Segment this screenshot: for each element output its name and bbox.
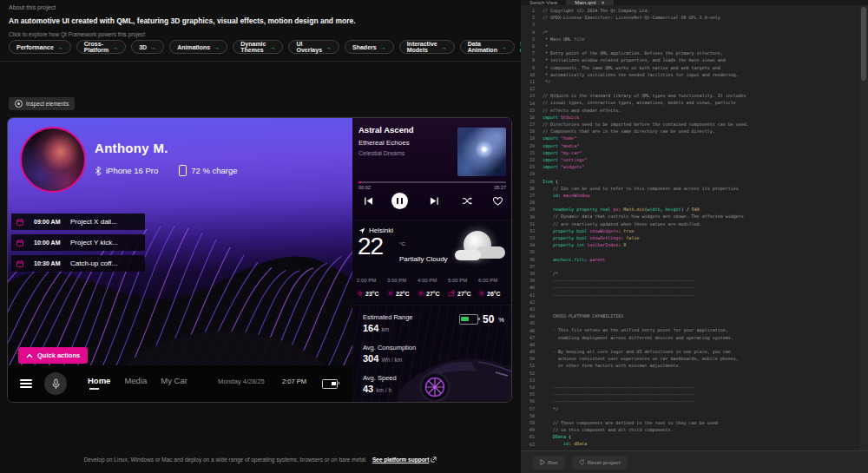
arrow-icon: → [326, 44, 332, 50]
tab-main-qml[interactable]: Main.qml✕ [566, 0, 614, 5]
speed-label: Avg. Speed [363, 374, 397, 382]
hour-time: 2:00 PM [357, 278, 387, 283]
inspect-elements-button[interactable]: Inspect elements [9, 97, 75, 110]
device-name: iPhone 16 Pro [106, 166, 158, 175]
tag-ui-overlays[interactable]: UI Overlays→ [288, 40, 339, 54]
tag-interactive-models[interactable]: Interactive Models→ [399, 40, 455, 54]
tag-animations[interactable]: Animations→ [169, 40, 227, 54]
scrollbar-thumb[interactable] [861, 7, 866, 81]
car-stats-widget: Estimated Range 164 km 50 % Avg. Consump… [352, 305, 511, 403]
tag-cross-platform[interactable]: Cross-Platform→ [76, 40, 126, 54]
pause-button[interactable] [391, 193, 408, 209]
code-line: 60 // in this component and all child co… [521, 426, 858, 433]
elapsed-time: 00:02 [358, 185, 371, 190]
schedule-item[interactable]: 10:00 AMProject Y kick... [11, 234, 145, 251]
tag-dynamic-themes[interactable]: Dynamic Themes→ [233, 40, 283, 54]
consumption-value: 304 Wh / km [363, 353, 402, 364]
nav-tab-my-car[interactable]: My Car [161, 376, 187, 385]
reset-project-button[interactable]: Reset project [572, 456, 628, 470]
demo-bottom-nav: HomeMediaMy Car Monday 4/28/25 2:07 PM [8, 365, 352, 402]
next-button[interactable] [430, 196, 439, 206]
sun-icon [387, 290, 394, 297]
code-line: 35 [521, 248, 858, 255]
battery-percent: 50 [483, 313, 494, 325]
code-line: 16import QtQuick [521, 114, 858, 121]
calendar-icon [16, 260, 23, 267]
platform-support-link[interactable]: See platform support [372, 457, 429, 463]
reset-icon [579, 459, 585, 465]
track-artist: Ethereal Echoes [358, 139, 410, 147]
code-line: 52 [521, 370, 858, 377]
code-line: 47 enabling deployment across different … [521, 334, 858, 341]
profile-name: Anthony M. [95, 141, 168, 155]
feature-tags: Performance→Cross-Platform→3D→Animations… [9, 40, 517, 54]
mic-button[interactable] [44, 372, 67, 395]
arrow-icon: → [269, 44, 275, 50]
avatar[interactable] [20, 127, 86, 193]
consumption-label: Avg. Consumption [363, 344, 416, 351]
close-icon[interactable]: ✕ [602, 0, 605, 5]
hour-temp: 26°C [487, 291, 501, 297]
sun-icon [418, 290, 424, 297]
nav-tab-home[interactable]: Home [88, 376, 110, 385]
bluetooth-icon [95, 166, 102, 176]
tag-data-animation[interactable]: Data Animation→ [460, 40, 515, 54]
nav-tab-media[interactable]: Media [124, 376, 147, 385]
previous-button[interactable] [364, 196, 373, 206]
code-line: 41 -------------------------------------… [521, 292, 858, 299]
shuffle-icon[interactable] [462, 196, 472, 206]
schedule-list: 09:00 AMProject X dail...10:00 AMProject… [11, 214, 159, 276]
nav-time: 2:07 PM [282, 378, 306, 385]
favorite-icon[interactable] [492, 196, 503, 207]
code-line: 31 // are reactively updated when these … [521, 220, 858, 227]
scrollbar-track[interactable] [859, 5, 868, 451]
code-line: 9 * components. The same QML works on bo… [521, 64, 858, 71]
code-line: 7 * Entry point of the QML application. … [521, 49, 858, 56]
quick-actions-button[interactable]: Quick actions [18, 347, 88, 364]
forecast-hour: 4:00 PM27°C [418, 278, 448, 297]
arrow-icon: → [501, 44, 507, 50]
tag-3d[interactable]: 3D→ [131, 40, 164, 54]
menu-icon[interactable] [20, 379, 32, 388]
inspect-icon [15, 100, 23, 108]
range-value: 164 km [363, 323, 389, 333]
tab-switch-view[interactable]: Switch View [521, 0, 566, 5]
code-line: 62 id: dData [521, 440, 858, 447]
code-line: 11 */ [521, 78, 858, 85]
code-line: 24 [521, 170, 858, 177]
code-line: 10 * automatically initializes the neede… [521, 71, 858, 78]
tag-shaders[interactable]: Shaders→ [345, 40, 394, 54]
tag-performance[interactable]: Performance→ [9, 40, 71, 54]
code-line: 50 achieve consistent user experiences o… [521, 355, 858, 362]
inspect-label: Inspect elements [26, 101, 69, 107]
demo-home-screen: Anthony M. iPhone 16 Pro 72 % charge 09:… [8, 118, 352, 402]
hour-time: 4:00 PM [418, 278, 448, 283]
album-art[interactable] [457, 128, 506, 176]
hour-time: 5:00 PM [448, 278, 478, 283]
calendar-icon [16, 240, 23, 246]
code-line: 40 -------------------------------------… [521, 284, 858, 291]
run-button[interactable]: Run [533, 456, 565, 470]
code-line: 54 -------------------------------------… [521, 384, 858, 391]
code-line: 22import "settings" [521, 156, 858, 163]
project-description: An automotive UI created with QML, featu… [9, 16, 356, 25]
code-line: 6 * [521, 43, 858, 49]
code-line: 39 -------------------------------------… [521, 277, 858, 284]
code-line: 2// SPDX-License-Identifier: LicenseRef-… [521, 14, 858, 21]
code-line: 42 [521, 299, 858, 305]
forecast-hour: 2:00 PM23°C [357, 278, 387, 297]
hourly-forecast: 2:00 PM23°C3:00 PM22°C4:00 PM27°C5:00 PM… [357, 278, 510, 297]
platform-note: Develop on Linux, Windows or Mac and dep… [0, 457, 521, 463]
event-title: Project Y kick... [70, 239, 118, 246]
schedule-item[interactable]: 09:00 AMProject X dail... [11, 214, 145, 230]
progress-bar[interactable] [358, 181, 506, 183]
schedule-item[interactable]: 10:30 AMCatch-up coff... [11, 255, 145, 272]
code-line: 19import "home" [521, 135, 858, 141]
temperature: 22 [358, 233, 383, 260]
arrow-icon: → [57, 44, 63, 50]
phone-battery-icon [179, 165, 187, 176]
battery-charge-row: 50 % [459, 313, 504, 325]
arrow-icon: → [441, 44, 447, 50]
forecast-hour: 5:00 PM27°C [448, 278, 478, 297]
code-editor: Switch View Main.qml✕ 1// Copyright (C) … [521, 0, 868, 473]
